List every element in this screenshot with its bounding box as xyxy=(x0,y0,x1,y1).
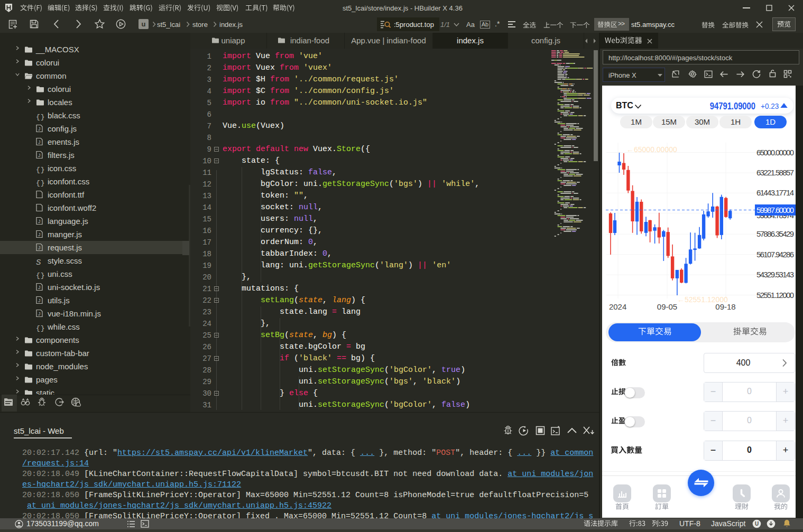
svg-text:52551.12000: 52551.12000 xyxy=(756,291,794,300)
svg-text:J: J xyxy=(38,126,41,132)
svg-text:J: J xyxy=(38,311,41,316)
svg-text:←65000.00000: ←65000.00000 xyxy=(626,145,677,154)
svg-text:65000.00000: 65000.00000 xyxy=(756,148,794,157)
svg-text:J: J xyxy=(38,245,41,250)
svg-text:63221.58857: 63221.58857 xyxy=(756,168,794,177)
svg-text:J: J xyxy=(38,139,41,145)
svg-text:J: J xyxy=(38,232,41,237)
svg-text:54329.53143: 54329.53143 xyxy=(756,270,794,279)
svg-text:57886.35429: 57886.35429 xyxy=(756,229,794,238)
svg-text:61443.17714: 61443.17714 xyxy=(756,188,794,197)
svg-text:J: J xyxy=(38,219,41,224)
svg-text:U: U xyxy=(755,521,759,527)
svg-text:09-05: 09-05 xyxy=(657,302,677,311)
svg-text:J: J xyxy=(38,298,41,303)
svg-text:J: J xyxy=(38,285,41,290)
svg-text:2024: 2024 xyxy=(609,302,626,311)
svg-text:56107.94286: 56107.94286 xyxy=(756,250,794,259)
svg-text:09-18: 09-18 xyxy=(715,302,735,311)
svg-text:59987.60000: 59987.60000 xyxy=(756,206,794,214)
svg-text:J: J xyxy=(38,153,41,158)
